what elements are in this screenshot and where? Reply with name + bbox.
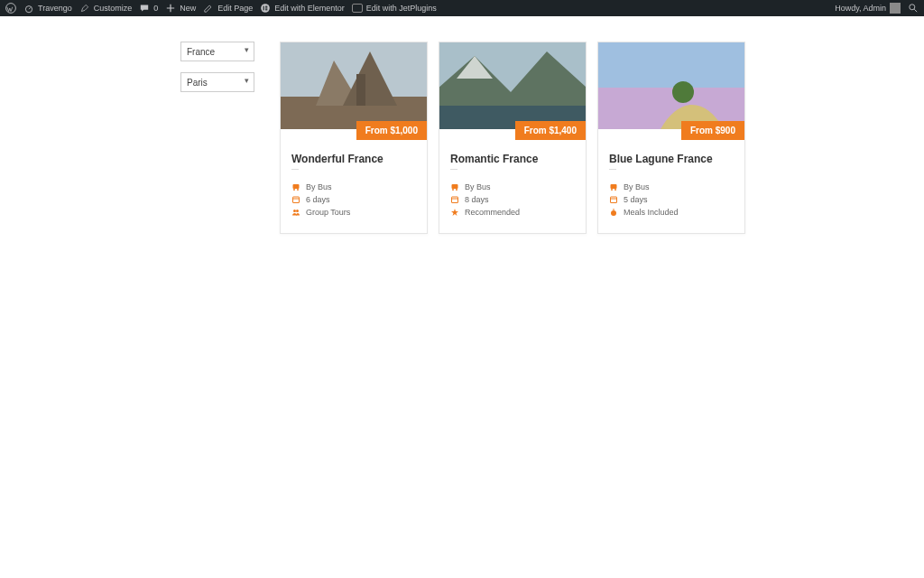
jet-icon [352, 3, 363, 14]
svg-rect-5 [265, 6, 267, 7]
edit-page-label: Edit Page [217, 4, 253, 13]
svg-rect-29 [452, 197, 458, 203]
meta-row: By Bus [450, 182, 575, 191]
title-rule [609, 169, 616, 170]
meta-text: By Bus [306, 182, 332, 191]
title-rule [291, 169, 299, 170]
edit-jet-link[interactable]: Edit with JetPlugins [352, 3, 437, 14]
meta-text: 5 days [624, 195, 648, 204]
calendar-icon [291, 195, 300, 204]
plus-icon [165, 3, 176, 14]
price-badge: From $900 [681, 121, 744, 140]
wp-logo[interactable] [5, 3, 16, 14]
svg-point-27 [452, 189, 454, 191]
tour-card[interactable]: From $1,000 Wonderful France By Bus 6 da… [280, 42, 428, 234]
customize-label: Customize [94, 4, 133, 13]
svg-rect-26 [452, 184, 458, 189]
price-badge: From $1,000 [356, 121, 427, 140]
meta-text: 8 days [465, 195, 489, 204]
city-select[interactable]: Paris [180, 72, 254, 92]
edit-jet-label: Edit with JetPlugins [366, 4, 437, 13]
filter-sidebar: France Paris [180, 42, 254, 103]
wp-adminbar: Travengo Customize 0 New Edit Page Edit … [0, 0, 924, 16]
tour-title: Romantic France [450, 153, 575, 165]
brush-icon [79, 3, 90, 14]
svg-line-2 [29, 7, 31, 9]
svg-point-36 [611, 189, 613, 191]
meta-text: 6 days [306, 195, 330, 204]
avatar [890, 3, 901, 14]
new-label: New [180, 4, 196, 13]
edit-elementor-link[interactable]: Edit with Elementor [260, 3, 345, 14]
svg-marker-31 [451, 209, 458, 216]
elementor-icon [260, 3, 271, 14]
meta-row: By Bus [291, 182, 416, 191]
edit-page-link[interactable]: Edit Page [203, 3, 253, 14]
svg-rect-18 [293, 197, 300, 203]
tour-image: From $1,000 [281, 42, 427, 129]
svg-point-40 [611, 210, 616, 216]
meta-row: Group Tours [291, 208, 416, 217]
svg-point-16 [293, 189, 295, 191]
svg-point-34 [672, 81, 694, 103]
dashboard-icon [23, 3, 34, 14]
country-select[interactable]: France [180, 42, 254, 61]
meta-row: 5 days [609, 195, 734, 204]
svg-rect-6 [265, 7, 267, 8]
calendar-icon [609, 195, 618, 204]
tour-card[interactable]: From $900 Blue Lagune France By Bus 5 da… [597, 42, 745, 234]
group-icon [291, 208, 300, 217]
search-icon [908, 3, 919, 14]
bus-icon [609, 182, 618, 191]
new-link[interactable]: New [165, 3, 196, 14]
meta-row: Meals Included [609, 208, 734, 217]
wordpress-icon [5, 3, 16, 14]
meta-row: 6 days [291, 195, 416, 204]
svg-point-21 [296, 210, 299, 212]
title-rule [450, 169, 457, 170]
calendar-icon [450, 195, 459, 204]
tour-card[interactable]: From $1,400 Romantic France By Bus 8 day… [439, 42, 587, 234]
customize-link[interactable]: Customize [79, 3, 133, 14]
howdy-label: Howdy, Admin [835, 4, 886, 13]
svg-line-9 [914, 9, 917, 12]
tour-title: Blue Lagune France [609, 153, 734, 165]
svg-rect-32 [598, 42, 744, 88]
search-toggle[interactable] [908, 3, 919, 14]
tour-image: From $900 [598, 42, 744, 129]
pencil-icon [203, 3, 214, 14]
svg-point-20 [293, 210, 296, 212]
svg-point-28 [456, 189, 457, 191]
price-badge: From $1,400 [515, 121, 586, 140]
site-name: Travengo [38, 4, 72, 13]
bus-icon [291, 182, 300, 191]
meta-text: Group Tours [306, 208, 350, 217]
tour-cards: From $1,000 Wonderful France By Bus 6 da… [280, 42, 745, 234]
svg-rect-15 [293, 184, 300, 189]
svg-rect-7 [265, 9, 267, 10]
svg-rect-35 [611, 184, 617, 189]
meta-row: Recommended [450, 208, 575, 217]
comments-count: 0 [153, 4, 158, 13]
svg-point-37 [614, 189, 616, 191]
comment-icon [139, 3, 150, 14]
howdy-link[interactable]: Howdy, Admin [835, 3, 901, 14]
tour-image: From $1,400 [439, 42, 586, 129]
comments-link[interactable]: 0 [139, 3, 158, 14]
svg-rect-41 [614, 209, 614, 211]
svg-rect-38 [611, 197, 617, 203]
meta-row: 8 days [450, 195, 575, 204]
bus-icon [450, 182, 459, 191]
tour-title: Wonderful France [291, 153, 416, 165]
meta-text: Meals Included [624, 208, 679, 217]
meta-row: By Bus [609, 182, 734, 191]
svg-point-17 [297, 189, 299, 191]
meta-text: By Bus [624, 182, 650, 191]
svg-rect-4 [263, 6, 264, 11]
star-icon [450, 208, 459, 217]
meta-text: By Bus [465, 182, 491, 191]
svg-point-8 [910, 5, 915, 10]
svg-rect-14 [356, 74, 365, 106]
site-link[interactable]: Travengo [23, 3, 72, 14]
edit-elementor-label: Edit with Elementor [274, 4, 345, 13]
